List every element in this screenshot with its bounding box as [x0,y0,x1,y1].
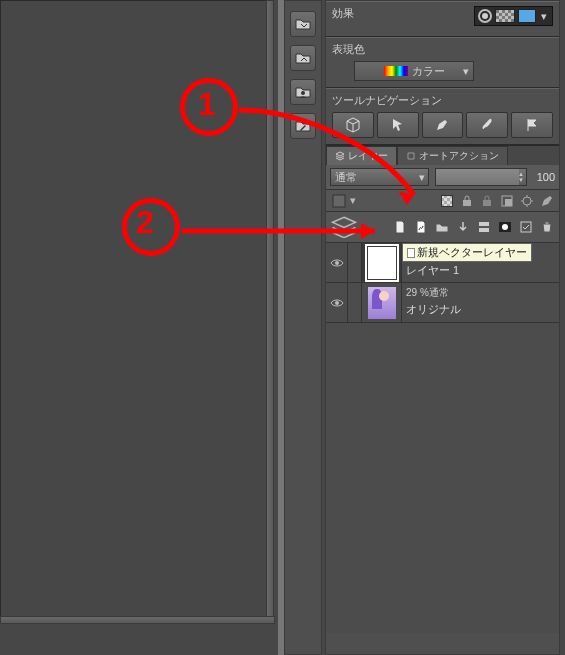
layer-name: レイヤー 1 [406,263,555,278]
svg-rect-8 [479,228,489,232]
svg-rect-7 [479,222,489,226]
annotation-arrow-1 [234,100,424,210]
mask-button[interactable] [497,219,513,235]
effect-checker-icon[interactable] [495,9,515,23]
opacity-value: 100 [533,171,555,183]
rainbow-swatch-icon [384,66,408,76]
opacity-slider[interactable]: ▲▼ [435,168,527,186]
lock-all-button[interactable] [478,192,495,209]
lock-alpha-icon [460,194,474,208]
folder-arrow-icon [295,16,311,32]
layer-name: オリジナル [406,302,555,317]
svg-rect-2 [463,200,471,206]
layer-thumbnail[interactable] [368,247,396,279]
trash-icon [540,220,554,234]
layer-link-cell[interactable] [348,243,362,282]
tooltip: 新規ベクターレイヤー [402,243,532,262]
folder-tool-b[interactable] [290,45,316,71]
lock-icon [480,194,494,208]
canvas-area[interactable] [0,0,270,618]
chevron-down-icon[interactable]: ▾ [539,9,549,23]
svg-point-13 [335,301,339,305]
page-icon [393,220,407,234]
clip-icon [500,194,514,208]
canvas-scrollbar-v[interactable] [266,0,274,618]
stepper-icon: ▲▼ [518,171,524,183]
annotation-arrow-2 [180,216,390,246]
tab-autoaction-label: オートアクション [419,149,499,163]
visibility-toggle[interactable] [326,283,348,322]
eye-icon [330,258,344,268]
flag-icon [524,117,540,133]
dock-column [284,0,322,655]
folder-tool-a[interactable] [290,11,316,37]
new-vector-layer-button[interactable] [413,219,429,235]
brush-icon [479,117,495,133]
layer-opt-checker[interactable] [438,192,455,209]
display-color-dropdown[interactable]: カラー ▾ [354,61,474,81]
folder-person-icon [295,84,311,100]
canvas-scrollbar-h[interactable] [0,616,275,624]
layer-link-cell[interactable] [348,283,362,322]
svg-rect-5 [505,199,512,206]
reference-button[interactable] [518,192,535,209]
transfer-down-button[interactable] [455,219,471,235]
merge-icon [477,220,491,234]
layer-info[interactable]: 新規ベクターレイヤー レイヤー 1 [402,243,559,282]
toolnav-brush-button[interactable] [466,112,508,138]
effects-section: 効果 ▾ [326,1,559,37]
draft-button[interactable] [538,192,555,209]
pen-icon [434,117,450,133]
svg-point-12 [335,261,339,265]
down-arrow-icon [456,220,470,234]
svg-rect-3 [483,200,491,206]
new-raster-layer-button[interactable] [392,219,408,235]
svg-point-6 [523,197,531,205]
display-color-value: カラー [412,64,445,79]
svg-point-0 [301,91,305,95]
checker-icon [441,195,453,207]
svg-point-10 [502,224,508,230]
effect-none-radio[interactable] [478,9,492,23]
new-folder-button[interactable] [434,219,450,235]
toolnav-flag-button[interactable] [511,112,553,138]
chevron-down-icon: ▾ [463,65,469,78]
effects-options: ▾ [474,6,553,26]
lock-transparent-button[interactable] [458,192,475,209]
layer-info[interactable]: 29 %通常 オリジナル [402,283,559,322]
display-color-section: 表現色 カラー ▾ [326,37,559,88]
mask-icon [498,220,512,234]
layer-list-empty[interactable] [326,323,559,633]
layer-thumbnail[interactable] [368,287,396,319]
page-icon [407,248,415,258]
display-color-title: 表現色 [332,42,553,57]
pencil-sm-icon [540,194,554,208]
apply-icon [519,220,533,234]
layer-row[interactable]: 新規ベクターレイヤー レイヤー 1 [326,243,559,283]
layer-list: 新規ベクターレイヤー レイヤー 1 29 %通常 オリジナル [326,243,559,633]
right-panel: 効果 ▾ 表現色 カラー ▾ ツールナビゲーション [325,0,560,655]
folder-arrow-icon [295,50,311,66]
page-vector-icon [414,220,428,234]
apply-mask-button[interactable] [518,219,534,235]
layer-blend-info: 29 %通常 [406,286,555,300]
merge-down-button[interactable] [476,219,492,235]
light-icon [520,194,534,208]
svg-rect-11 [521,222,531,232]
toolnav-pen-button[interactable] [422,112,464,138]
visibility-toggle[interactable] [326,243,348,282]
folder-icon [435,220,449,234]
effects-title: 効果 [332,7,354,19]
layer-row[interactable]: 29 %通常 オリジナル [326,283,559,323]
clip-button[interactable] [498,192,515,209]
effect-color-swatch[interactable] [518,9,536,23]
delete-layer-button[interactable] [539,219,555,235]
eye-icon [330,298,344,308]
